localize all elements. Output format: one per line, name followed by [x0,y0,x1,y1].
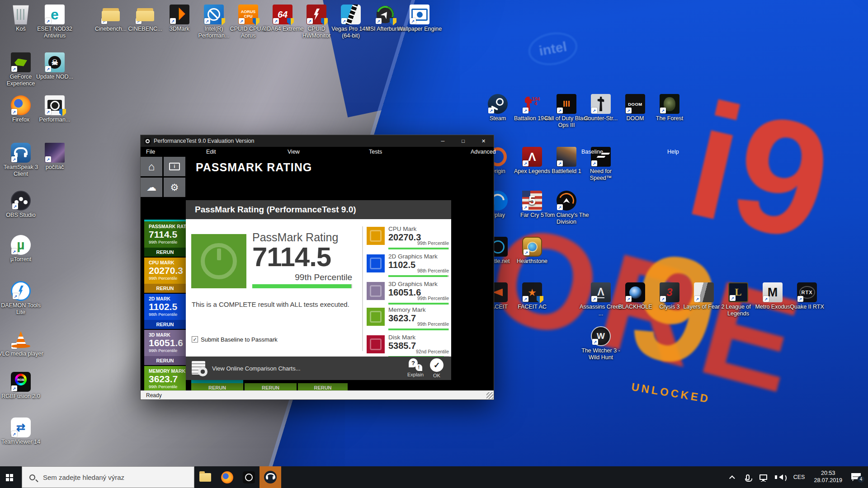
desktop-icon-daemon[interactable]: DAEMON Tools Lite [0,281,43,316]
desktop-icon-pocitac[interactable]: počítač [32,143,77,171]
teamspeak-headset-icon [264,471,277,483]
desktop-icon-teamviewer[interactable]: TeamViewer 14 [0,418,43,446]
tile-2d-mark[interactable]: 2D MARK 1102.5 98th Percentile RERUN [144,294,186,329]
upload-baseline-button[interactable] [141,178,162,197]
desktop-icon-the-forest[interactable]: The Forest [647,94,692,122]
dialog-title: PassMark Rating (PerformanceTest 9.0) [195,205,356,215]
desktop-icon-performancetest[interactable]: Performan... [32,95,77,123]
minimize-button[interactable]: ─ [433,135,453,147]
tile-memory-mark[interactable]: MEMORY MARK 3623.7 99th Percentile RERUN [144,366,186,390]
rerun-button[interactable]: RERUN [298,383,348,390]
shortcut-arrow-icon [45,66,51,72]
ok-button[interactable]: OK [427,358,447,378]
rerun-button[interactable]: RERUN [144,284,186,293]
desktop-icon-obs[interactable]: OBS Studio [0,191,43,219]
tile-cpu-mark[interactable]: CPU MARK 20270.3 99th Percentile RERUN [144,258,186,293]
dialog-footer: View Online Comparison Charts... Explain… [186,357,451,380]
app-icon [144,138,151,145]
desktop-icon-witcher3[interactable]: The Witcher 3 - Wild Hunt [578,326,623,361]
eset-icon [45,5,65,24]
intel-performance-icon [204,5,224,24]
pc-photo-icon [45,143,65,163]
desktop-icon-quake2rtx[interactable]: Quake II RTX [784,282,830,310]
tray-chevron-up-icon[interactable] [729,475,735,481]
taskbar-file-explorer[interactable] [194,466,216,488]
window-title: PerformanceTest 9.0 Evaluation Version [154,138,254,144]
rerun-button[interactable]: RERUN [191,383,243,390]
rgbfusion-icon [11,372,31,392]
benchmark-tiles: PASSMARK RATING 7114.5 99th Percentile R… [144,220,186,390]
shortcut-arrow-icon [376,18,382,24]
maximize-button[interactable]: □ [453,135,473,147]
system-info-button[interactable]: i [164,157,185,176]
shortcut-arrow-icon [557,160,563,166]
start-button[interactable] [0,466,22,488]
submit-baseline-checkbox[interactable] [192,336,198,343]
shortcut-arrow-icon [523,296,528,302]
performancetest-window: PerformanceTest 9.0 Evaluation Version ─… [140,135,494,400]
taskbar-teamspeak-attention[interactable] [259,466,281,488]
menubar: File Edit View Tests Advanced Baseline H… [141,147,494,156]
menu-help[interactable]: Help [667,147,679,156]
taskbar-performancetest[interactable] [238,466,259,488]
desktop-icon-wallpaper-engine[interactable]: Wallpaper Engine [397,5,442,33]
close-button[interactable]: ✕ [473,135,494,147]
ok-check-icon [430,358,443,372]
comparison-charts-link[interactable]: View Online Comparison Charts... [212,357,301,380]
rerun-button[interactable]: RERUN [144,320,186,329]
disk-mark-icon [367,335,385,353]
tile-passmark-rating[interactable]: PASSMARK RATING 7114.5 99th Percentile R… [144,220,186,257]
desktop-screen: CORE i9 9 UNLOCKED intel Koš ESET NOD32 … [0,0,868,488]
shortcut-arrow-icon [797,296,803,302]
desktop-icon-faceit-ac[interactable]: FACEIT AC [509,282,555,310]
desktop-icon-hearthstone[interactable]: Hearthstone [509,237,555,265]
desktop-icon-rgbfusion[interactable]: RGBFusion 2.0 [0,372,43,400]
crysis3-icon [660,282,679,302]
msi-afterburner-icon [375,5,395,24]
speaker-icon[interactable] [776,474,783,480]
language-indicator[interactable]: CES [793,474,805,480]
shortcut-arrow-icon [523,204,528,210]
taskbar-firefox[interactable] [216,466,238,488]
shortcut-arrow-icon [592,339,598,345]
daemon-tools-icon [11,281,31,301]
wallpaper-engine-icon [410,5,429,24]
menu-tests[interactable]: Tests [369,147,382,156]
rerun-button[interactable]: RERUN [245,383,297,390]
tile-3d-mark[interactable]: 3D MARK 16051.6 99th Percentile RERUN [144,330,186,365]
metro-exodus-icon [763,282,783,302]
league-icon [728,282,748,302]
shortcut-arrow-icon [11,249,17,254]
menu-view[interactable]: View [288,147,300,156]
desktop-icon-utorrent[interactable]: µTorrent [0,235,43,263]
menu-file[interactable]: File [146,147,155,156]
3d-mark-icon [367,282,385,300]
passmark-stopwatch-icon [191,234,246,288]
dialog-titlebar[interactable]: PassMark Rating (PerformanceTest 9.0) [186,200,451,219]
menu-baseline[interactable]: Baseline [581,147,603,156]
desktop-icon-vlc[interactable]: VLC media player [0,329,43,357]
cpu-percentile-bar [388,248,449,249]
geforce-icon [11,52,31,72]
rerun-button[interactable]: RERUN [144,248,186,257]
explain-button[interactable]: Explain [406,358,425,377]
menu-edit[interactable]: Edit [206,147,216,156]
shortcut-arrow-icon [11,66,17,72]
taskbar-search[interactable] [22,466,194,488]
desktop-icon-division[interactable]: Tom Clancy's The Division [544,191,589,225]
faceit-ac-icon [522,282,542,302]
menu-advanced[interactable]: Advanced [471,147,496,156]
resize-grip[interactable] [486,392,493,399]
home-button[interactable] [141,157,162,176]
network-icon[interactable] [760,474,767,480]
clock[interactable]: 20:53 28.07.2019 [814,470,842,484]
result-note: This is a COMPLETE result with ALL tests… [192,300,349,308]
microphone-icon[interactable] [746,474,750,480]
desktop-icon-update-nod[interactable]: Update NOD... [32,52,77,80]
desktop-icon-eset[interactable]: ESET NOD32 Antivirus [32,5,77,39]
steam-icon [488,94,508,114]
settings-button[interactable] [164,178,185,197]
window-titlebar[interactable]: PerformanceTest 9.0 Evaluation Version ─… [141,135,494,147]
search-input[interactable] [22,467,194,488]
rerun-button[interactable]: RERUN [144,356,186,365]
